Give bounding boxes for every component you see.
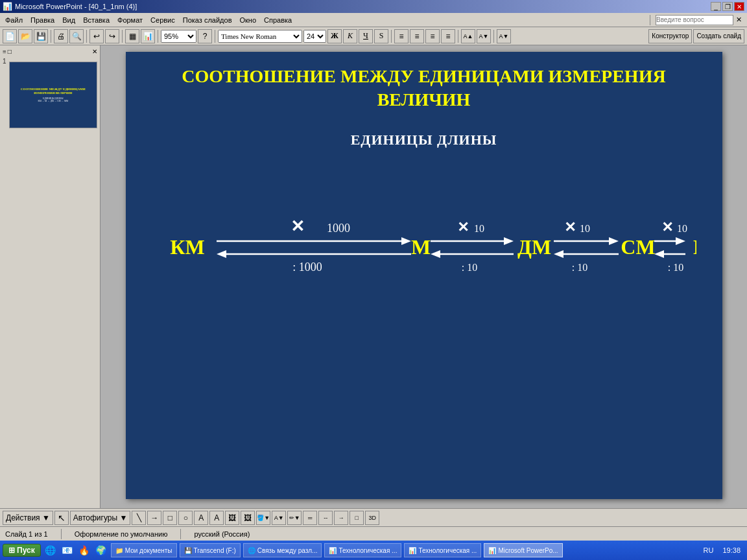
svg-text:: 1000: : 1000 (292, 261, 322, 274)
svg-text:: 10: : 10 (461, 262, 477, 273)
insert-pic-btn[interactable]: 🖼 (241, 511, 255, 525)
insert-clip-btn[interactable]: 🖼 (225, 511, 239, 525)
drawing-action-btn[interactable]: Действия ▼ (3, 511, 53, 525)
autoshapes-btn[interactable]: Автофигуры ▼ (70, 511, 130, 525)
menu-service[interactable]: Сервис (148, 16, 178, 25)
taskbar-lang[interactable]: RU (701, 546, 717, 554)
italic-button[interactable]: К (343, 29, 357, 43)
separator-3 (122, 30, 123, 43)
font-size-select[interactable]: 24 (303, 30, 326, 43)
fill-color-btn[interactable]: 🪣▼ (256, 511, 270, 525)
design-button[interactable]: Конструктор (648, 29, 692, 43)
taskbar-transcend[interactable]: 💾Transcend (F:) (180, 543, 241, 557)
font-color-draw-btn[interactable]: A▼ (272, 511, 286, 525)
strikethrough-button[interactable]: S (374, 29, 388, 43)
shadow-btn[interactable]: □ (350, 511, 364, 525)
dash-style-btn[interactable]: -- (318, 511, 333, 525)
svg-text:✕: ✕ (290, 216, 305, 236)
slide-thumbnail-1[interactable]: СООТНОШЕНИЕ МЕЖДУ ЕДИНИЦАМИ ИЗМЕРЕНИЯ ВЕ… (9, 62, 97, 128)
restore-button[interactable]: ❐ (722, 2, 733, 11)
cursor-btn[interactable]: ↖ (54, 511, 69, 525)
taskbar-tech1[interactable]: 📊Технологическая ... (324, 543, 401, 557)
zoom-select[interactable]: 95% (161, 30, 196, 43)
slides-panel: ≡ □ ✕ 1 СООТНОШЕНИЕ МЕЖДУ ЕДИНИЦАМИ ИЗМЕ… (0, 45, 101, 508)
panel-close-icon[interactable]: ✕ (92, 48, 97, 55)
undo-button[interactable]: ↩ (89, 29, 104, 43)
slide-title: СООТНОШЕНИЕ МЕЖДУ ЕДИНИЦАМИ ИЗМЕРЕНИЯ ВЕ… (126, 52, 722, 119)
menu-format[interactable]: Формат (115, 16, 145, 25)
slides-view-icon[interactable]: □ (8, 48, 12, 55)
menu-insert[interactable]: Вставка (80, 16, 112, 25)
slide-1[interactable]: СООТНОШЕНИЕ МЕЖДУ ЕДИНИЦАМИ ИЗМЕРЕНИЯ ВЕ… (126, 52, 722, 499)
new-button[interactable]: 📄 (3, 29, 17, 43)
start-button[interactable]: ⊞ Пуск (3, 544, 41, 557)
align-center-button[interactable]: ≡ (410, 29, 424, 43)
line-color-btn[interactable]: ✏▼ (287, 511, 302, 525)
taskbar-clock: 19:38 (718, 546, 744, 554)
textbox-tool[interactable]: A (194, 511, 208, 525)
minimize-button[interactable]: _ (711, 2, 721, 11)
save-button[interactable]: 💾 (34, 29, 48, 43)
justify-button[interactable]: ≡ (441, 29, 455, 43)
line-style-btn[interactable]: ═ (303, 511, 317, 525)
rect-tool[interactable]: □ (163, 511, 177, 525)
separator-4 (158, 30, 158, 43)
3d-btn[interactable]: 3D (365, 511, 379, 525)
line-tool[interactable]: ╲ (132, 511, 146, 525)
status-sep-2 (180, 529, 181, 539)
font-select[interactable]: Times New Roman (218, 30, 302, 43)
taskbar-icon-4[interactable]: 🌍 (94, 543, 108, 557)
svg-marker-13 (431, 250, 440, 258)
svg-marker-29 (654, 250, 664, 258)
table-button[interactable]: ▦ (125, 29, 139, 43)
taskbar-tech2[interactable]: 📊Технологическая ... (404, 543, 481, 557)
svg-text:✕: ✕ (661, 219, 673, 235)
align-left-button[interactable]: ≡ (394, 29, 409, 43)
redo-button[interactable]: ↪ (105, 29, 119, 43)
decrease-font-button[interactable]: A▼ (477, 29, 491, 43)
taskbar-ppt[interactable]: 📊Microsoft PowerPo... (484, 543, 562, 557)
canvas-area[interactable]: СООТНОШЕНИЕ МЕЖДУ ЕДИНИЦАМИ ИЗМЕРЕНИЯ ВЕ… (101, 45, 747, 508)
ask-input[interactable] (656, 15, 733, 25)
svg-marker-19 (609, 237, 619, 245)
preview-button[interactable]: 🔍 (69, 29, 84, 43)
outline-view-icon[interactable]: ≡ (3, 48, 6, 55)
svg-marker-5 (217, 250, 226, 258)
ask-close-icon[interactable]: ✕ (736, 16, 742, 24)
svg-marker-11 (504, 237, 514, 245)
wordart-tool[interactable]: A (209, 511, 224, 525)
help-button[interactable]: ? (198, 29, 212, 43)
menu-edit[interactable]: Правка (28, 16, 57, 25)
taskbar-icon-1[interactable]: 🌐 (43, 543, 58, 557)
menu-window[interactable]: Окно (237, 16, 259, 25)
taskbar-icon-3[interactable]: 🔥 (77, 543, 91, 557)
menu-help[interactable]: Справка (261, 16, 294, 25)
open-button[interactable]: 📂 (18, 29, 32, 43)
language-info: русский (Россия) (194, 530, 250, 538)
menu-slideshow[interactable]: Показ слайдов (180, 16, 235, 25)
svg-marker-3 (401, 237, 411, 245)
underline-button[interactable]: Ч (359, 29, 373, 43)
taskbar-documents[interactable]: 📁Мои документы (111, 543, 177, 557)
menu-view[interactable]: Вид (60, 16, 78, 25)
font-color-button[interactable]: A▼ (497, 29, 511, 43)
oval-tool[interactable]: ○ (178, 511, 193, 525)
arrow-tool[interactable]: → (147, 511, 161, 525)
increase-font-button[interactable]: A▲ (461, 29, 475, 43)
unit-diagram-svg: КМ ✕ 1000 : 1000 М ✕ (152, 201, 696, 305)
slide-number-label: 1 (3, 58, 6, 65)
diagram-area: КМ ✕ 1000 : 1000 М ✕ (152, 201, 696, 305)
chart-button[interactable]: 📊 (141, 29, 155, 43)
arrow-style-btn[interactable]: → (334, 511, 348, 525)
print-button[interactable]: 🖨 (54, 29, 68, 43)
taskbar-icon-2[interactable]: 📧 (60, 543, 75, 557)
bold-button[interactable]: Ж (327, 29, 342, 43)
menu-file[interactable]: Файл (3, 16, 25, 25)
separator-1 (51, 30, 51, 43)
taskbar-svyaz[interactable]: 🌐Связь между разл... (243, 543, 322, 557)
close-button[interactable]: ✕ (734, 2, 744, 11)
slide-subtitle: ЕДИНИЦЫ ДЛИНЫ (126, 132, 722, 148)
align-right-button[interactable]: ≡ (425, 29, 440, 43)
new-slide-button[interactable]: Создать слайд (693, 29, 744, 43)
drawing-toolbar: Действия ▼ ↖ Автофигуры ▼ ╲ → □ ○ A A 🖼 … (0, 508, 747, 526)
